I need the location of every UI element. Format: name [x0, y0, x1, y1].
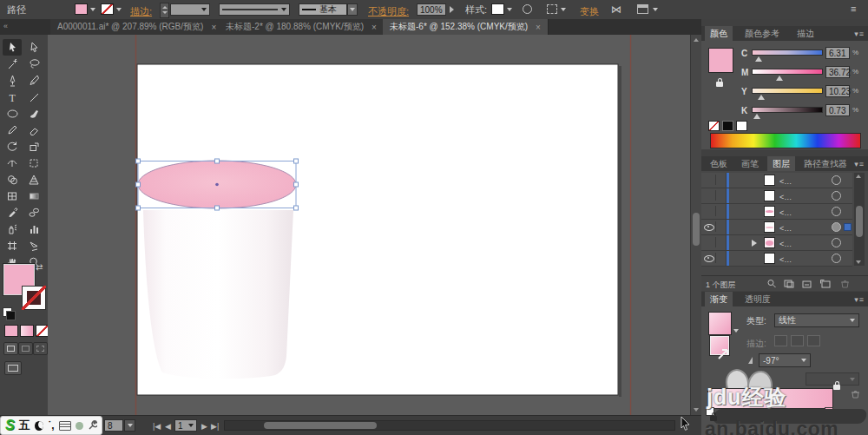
delete-layer-icon[interactable] [838, 278, 851, 289]
style-dropdown-icon[interactable] [507, 8, 512, 11]
layer-row[interactable]: <… [701, 173, 852, 188]
vertical-scroll-handle[interactable] [693, 213, 700, 246]
layer-row[interactable]: <… [701, 235, 852, 251]
lasso-tool[interactable] [24, 56, 43, 72]
direct-selection-tool[interactable] [24, 39, 43, 56]
column-graph-tool[interactable] [24, 221, 43, 237]
panel-menu-icon[interactable]: ▾≡ [854, 295, 865, 304]
eraser-tool[interactable] [24, 122, 43, 138]
next-artboard-icon[interactable]: ▶ [201, 422, 207, 431]
blend-tool[interactable] [24, 204, 43, 221]
target-icon[interactable] [832, 191, 841, 201]
target-icon-selected[interactable] [832, 222, 841, 232]
none-swatch[interactable] [708, 121, 720, 131]
slider-y[interactable] [752, 88, 823, 94]
symbol-sprayer-tool[interactable] [3, 221, 22, 237]
tab-transparency[interactable]: 透明度 [740, 292, 776, 306]
screen-mode-button[interactable] [4, 361, 22, 375]
fill-color-swatch[interactable] [75, 3, 88, 15]
cup-body-shape[interactable] [143, 210, 293, 379]
gradient-type-dropdown[interactable]: 线性 [774, 313, 859, 327]
canvas-area[interactable] [48, 35, 690, 415]
reverse-gradient-icon[interactable] [717, 348, 731, 362]
tab-color-guide[interactable]: 颜色参考 [740, 26, 785, 41]
last-artboard-icon[interactable]: ▶| [211, 422, 219, 431]
selection-tool[interactable] [3, 39, 22, 56]
stroke-color-swatch[interactable] [101, 3, 114, 15]
slider-k[interactable] [752, 107, 823, 113]
expand-triangle-icon[interactable] [752, 240, 757, 247]
layer-row[interactable]: <… [701, 188, 852, 204]
recolor-artwork-icon[interactable] [523, 4, 532, 14]
stroke-gradient-within-button[interactable] [774, 335, 787, 346]
perspective-grid-tool[interactable] [24, 171, 43, 188]
layers-scrollbar[interactable] [854, 173, 865, 266]
brush-dropdown-button[interactable] [347, 3, 358, 16]
line-segment-tool[interactable] [24, 89, 43, 105]
horizontal-scrollbar[interactable] [224, 420, 675, 431]
target-icon[interactable] [832, 254, 841, 263]
opacity-link[interactable]: 不透明度: [368, 5, 409, 18]
stroke-panel-link[interactable]: 描边: [130, 5, 152, 18]
color-fill-swatch[interactable] [708, 48, 733, 73]
white-swatch[interactable] [736, 121, 747, 131]
horizontal-scroll-handle[interactable] [264, 422, 377, 429]
stroke-weight-dropdown[interactable] [170, 3, 210, 16]
panel-menu-icon[interactable]: ▾≡ [854, 30, 865, 38]
opacity-expand-icon[interactable] [450, 6, 454, 13]
stroke-dropdown-icon[interactable] [116, 8, 122, 11]
align-icon[interactable] [547, 4, 557, 14]
locate-object-icon[interactable] [766, 278, 778, 289]
opacity-value-box[interactable]: 100% [417, 3, 446, 16]
document-tab-2[interactable]: 未标题-2* @ 180.88% (CMYK/预览) × [219, 19, 385, 35]
draw-behind-mode-button[interactable] [18, 342, 33, 355]
value-k[interactable]: 0.73 [825, 104, 850, 116]
scroll-up-icon[interactable] [694, 38, 699, 42]
type-tool[interactable]: T [3, 89, 22, 105]
align-dropdown-icon[interactable] [561, 8, 566, 11]
sogou-logo[interactable]: S [5, 418, 15, 433]
new-sublayer-icon[interactable] [800, 278, 812, 289]
tools-collapse-icon[interactable]: « [3, 23, 8, 30]
vertical-scrollbar[interactable] [690, 35, 701, 415]
panel-menu-icon[interactable]: ▾≡ [854, 160, 865, 168]
ime-mode-label[interactable]: 五 [19, 418, 30, 433]
ime-profile-icon[interactable] [76, 422, 83, 430]
brush-pen-tool[interactable] [24, 72, 43, 89]
ime-wrench-icon[interactable] [88, 420, 97, 431]
black-swatch[interactable] [722, 121, 733, 131]
target-icon[interactable] [832, 238, 841, 247]
slider-m[interactable] [752, 69, 823, 75]
stroke-weight-stepper[interactable] [160, 3, 169, 18]
tab-layers[interactable]: 图层 [767, 156, 795, 171]
style-swatch[interactable] [491, 3, 504, 15]
width-profile-dropdown[interactable] [219, 3, 290, 16]
draw-normal-mode-button[interactable] [3, 342, 18, 355]
visibility-eye-icon[interactable] [704, 224, 714, 231]
document-tab-3-active[interactable]: 未标题-6* @ 152.38% (CMYK/预览) × [383, 19, 549, 35]
tab-close-icon[interactable]: × [536, 23, 541, 32]
artboard-tool[interactable] [3, 237, 22, 254]
fill-color-mode-button[interactable] [4, 325, 18, 337]
scroll-down-icon[interactable] [694, 408, 699, 412]
brush-definition-dropdown[interactable]: 基本 [299, 3, 347, 16]
layer-row[interactable]: <… [701, 204, 852, 220]
paintbrush-tool[interactable] [24, 105, 43, 122]
ime-punct-icon[interactable]: ˙, [48, 419, 54, 432]
slice-tool[interactable] [24, 237, 43, 254]
transform-link[interactable]: 变换 [580, 5, 599, 18]
value-c[interactable]: 6.31 [825, 47, 850, 59]
gradient-swatch-dropdown-icon[interactable] [733, 329, 739, 333]
prev-artboard-icon[interactable]: ◀ [165, 422, 171, 431]
pencil-tool[interactable] [3, 122, 22, 138]
tab-pathfinder[interactable]: 路径查找器 [799, 156, 852, 171]
color-spectrum-bar[interactable] [710, 133, 861, 148]
rotate-tool[interactable] [3, 138, 22, 155]
tab-stroke[interactable]: 描边 [792, 26, 819, 41]
ellipse-tool[interactable] [3, 105, 22, 122]
new-layer-icon[interactable] [819, 278, 832, 289]
layer-row[interactable]: <… [701, 251, 852, 267]
pen-tool[interactable] [3, 72, 22, 89]
tab-close-icon[interactable]: × [211, 23, 216, 32]
isolate-icon[interactable]: ⋈ [611, 4, 621, 15]
